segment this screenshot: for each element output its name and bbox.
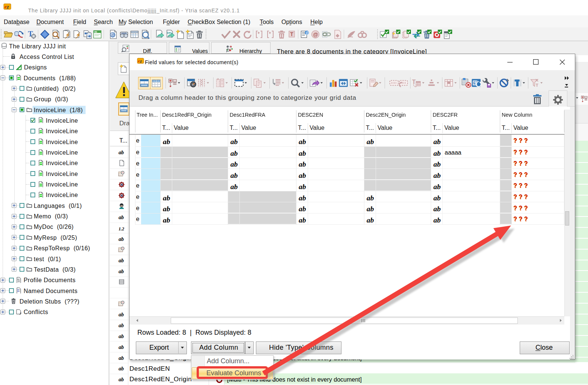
svg-text:UNID: UNID — [121, 32, 127, 35]
svg-text:@: @ — [111, 33, 115, 37]
svg-text:DXL: DXL — [167, 32, 172, 34]
svg-text:e: e — [138, 59, 140, 63]
svg-text:INI: INI — [94, 31, 97, 33]
svg-text:@: @ — [313, 32, 318, 38]
svg-text:z: z — [140, 58, 142, 64]
svg-text:T: T — [412, 79, 416, 85]
svg-text:N: N — [120, 194, 123, 197]
svg-text:T: T — [536, 83, 539, 87]
svg-text:@: @ — [306, 31, 310, 35]
svg-text:N: N — [120, 183, 123, 186]
svg-text:z: z — [6, 4, 9, 10]
svg-text:T: T — [290, 32, 293, 37]
